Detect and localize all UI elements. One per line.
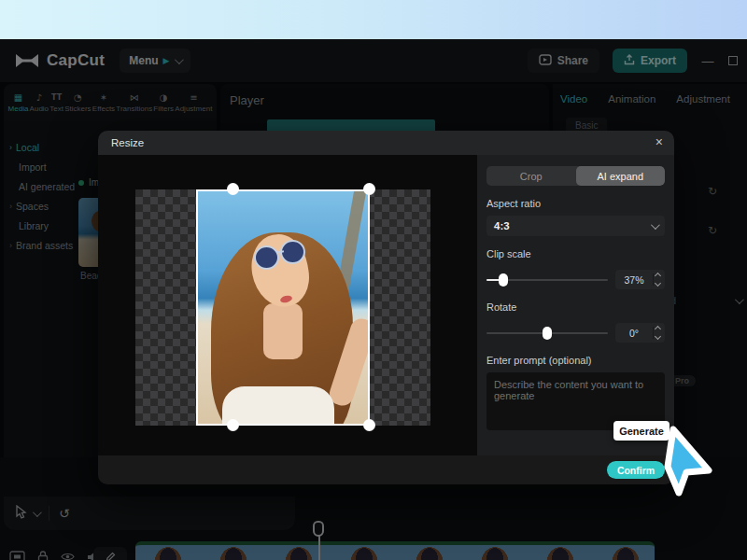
stepper-down-icon[interactable] xyxy=(655,280,661,287)
aspect-ratio-select[interactable]: 4:3 xyxy=(486,216,665,236)
dialog-title: Resize xyxy=(111,137,144,148)
photo-sunglasses-left xyxy=(254,245,279,270)
photo-white-top xyxy=(222,386,334,426)
photo-neck xyxy=(263,303,303,359)
photo-preview[interactable] xyxy=(196,189,370,426)
transparency-checkerboard xyxy=(135,189,430,426)
preview-area xyxy=(98,155,477,455)
crop-handle-bottom-right[interactable] xyxy=(363,419,375,431)
tab-ai-expand[interactable]: AI expand xyxy=(576,166,666,186)
clip-scale-slider[interactable] xyxy=(486,273,608,287)
dialog-header: Resize × xyxy=(98,131,674,155)
pointer-cursor-icon xyxy=(647,422,716,504)
crop-handle-bottom-left[interactable] xyxy=(227,419,239,431)
chevron-down-icon xyxy=(651,220,660,230)
rotate-slider[interactable] xyxy=(486,327,608,340)
resize-dialog: Resize × xyxy=(98,131,674,484)
prompt-label: Enter prompt (optional) xyxy=(486,355,665,366)
stepper-up-icon[interactable] xyxy=(655,273,661,279)
mode-switcher: Crop AI expand xyxy=(486,166,665,186)
dialog-footer: Confirm xyxy=(98,455,674,484)
rotate-knob[interactable] xyxy=(543,327,552,340)
rotate-label: Rotate xyxy=(486,301,665,313)
crop-handle-top-right[interactable] xyxy=(363,183,375,195)
rotate-value: 0° xyxy=(615,328,653,339)
stepper-up-icon[interactable] xyxy=(655,326,661,332)
stepper-down-icon[interactable] xyxy=(655,333,661,340)
tab-crop[interactable]: Crop xyxy=(486,166,576,186)
aspect-ratio-label: Aspect ratio xyxy=(486,198,665,209)
clip-scale-knob[interactable] xyxy=(499,273,508,287)
clip-scale-stepper: 37% xyxy=(615,270,665,289)
rotate-stepper: 0° xyxy=(615,323,665,343)
screen: CapCut Menu ▶ Share Export xyxy=(0,0,747,560)
crop-handle-top-left[interactable] xyxy=(227,183,239,195)
clip-scale-value: 37% xyxy=(615,274,653,286)
close-icon[interactable]: × xyxy=(655,134,663,149)
dialog-controls: Crop AI expand Aspect ratio 4:3 Clip sca… xyxy=(477,155,674,455)
desktop-background xyxy=(0,0,747,39)
clip-scale-label: Clip scale xyxy=(486,248,665,259)
